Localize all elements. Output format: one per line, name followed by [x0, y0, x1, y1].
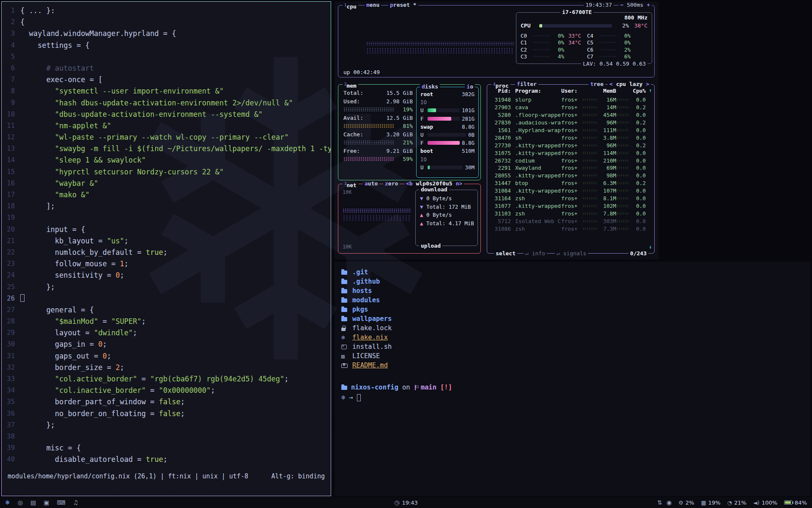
code-line[interactable]: 30gaps_in = 0; [2, 339, 331, 350]
interval-increase-button[interactable]: + [647, 2, 650, 8]
code-line[interactable]: 5 [2, 51, 331, 63]
file-item[interactable]: pkgs [341, 305, 392, 314]
process-row[interactable]: 1561.Hyprland-wrapfros+111M0.0 [491, 127, 646, 134]
code-line[interactable]: 18]; [2, 201, 331, 212]
process-row[interactable]: 31086zshfros+7.3M0.0 [491, 225, 646, 232]
code-line[interactable]: 29layout = "dwindle"; [2, 327, 331, 339]
tree-button[interactable]: tree [589, 81, 605, 88]
process-row[interactable]: 27830.audacious-wrafros+96M0.2 [491, 119, 646, 127]
interval-decrease-button[interactable]: − [620, 2, 624, 8]
process-row[interactable]: 2291Xwaylandfros+69M0.0 [491, 164, 646, 172]
code-line[interactable]: 12"wl-paste --primary --watch wl-copy --… [2, 132, 331, 143]
code-line[interactable]: 14"sleep 1 && swaylock" [2, 155, 331, 166]
bar-clock[interactable]: ◷ 19:43 [394, 499, 418, 506]
io-mode-toggle[interactable]: io [465, 83, 475, 90]
process-row[interactable]: 31948slurpfros+16M0.0 [491, 96, 646, 104]
header-program[interactable]: Program: [511, 88, 561, 94]
code-line[interactable]: 40disable_autoreload = true; [2, 454, 331, 465]
code-line[interactable]: 7exec-once = [ [2, 74, 331, 86]
file-item[interactable]: install.sh [341, 342, 392, 351]
nix-launcher-icon[interactable]: ❄ [5, 499, 10, 506]
notes-icon[interactable]: ▤ [30, 499, 36, 506]
header-user[interactable]: User: [561, 88, 582, 94]
process-row[interactable]: 26732codiumfros+210M0.0 [491, 157, 646, 164]
process-header[interactable]: Pid: Program: User: MemB Cpu% [491, 88, 646, 94]
process-row[interactable]: 28470shfros+3.8M0.0 [491, 134, 646, 141]
code-line[interactable]: 37}; [2, 420, 331, 431]
network-tray-icon[interactable]: ⇅ [657, 499, 662, 506]
process-row[interactable]: 31077.kitty-wrappedfros+102M0.0 [491, 202, 646, 210]
code-line[interactable]: 28"$mainMod" = "SUPER"; [2, 316, 331, 327]
code-area[interactable]: 1{ ... }:2{3wayland.windowManager.hyprla… [2, 5, 331, 466]
process-row[interactable]: 5712Isolated Web Cfros+303M0.0 [491, 217, 646, 225]
signals-button[interactable]: ↵ signals [555, 250, 588, 257]
file-item[interactable]: .git [341, 268, 392, 277]
code-line[interactable]: 36no_border_on_floating = false; [2, 408, 331, 420]
code-line[interactable]: 4settings = { [2, 40, 331, 51]
header-mem[interactable]: MemB [598, 88, 616, 94]
header-pid[interactable]: Pid: [491, 88, 511, 94]
battery[interactable]: 84% [784, 500, 807, 506]
code-line[interactable]: 32border_size = 2; [2, 362, 331, 373]
code-line[interactable]: 34"col.inactive_border" = "0x00000000"; [2, 385, 331, 396]
net-zero-button[interactable]: zero [383, 180, 400, 187]
keyboard-icon[interactable]: ⌨ [57, 499, 65, 506]
code-line[interactable]: 23follow_mouse = 1; [2, 258, 331, 270]
scroll-down-icon[interactable]: ↓ [649, 243, 652, 250]
process-row[interactable]: 31164zshfros+8.1M0.0 [491, 195, 646, 202]
code-line[interactable]: 26 [2, 293, 331, 304]
filter-button[interactable]: filter [515, 81, 538, 88]
code-line[interactable]: 11"nm-applet &" [2, 120, 331, 132]
code-line[interactable]: 27general = { [2, 304, 331, 316]
process-row[interactable]: 31103zshfros+7.8M0.0 [491, 210, 646, 217]
iface-prev-button[interactable]: <b [406, 180, 413, 187]
net-auto-button[interactable]: auto [363, 180, 379, 187]
scroll-up-icon[interactable]: ↑ [649, 87, 652, 94]
process-row[interactable]: 5280.floorp-wrappefros+454M0.0 [491, 111, 646, 119]
file-item[interactable]: README.md [341, 361, 392, 370]
process-row[interactable]: 31084.kitty-wrappedfros+107M0.0 [491, 187, 646, 195]
cpu-usage[interactable]: ⚙2% [678, 500, 694, 506]
code-line[interactable]: 35border_part_of_window = false; [2, 396, 331, 408]
sort-next-button[interactable]: > [646, 81, 649, 87]
code-line[interactable]: 38 [2, 431, 331, 442]
file-item[interactable]: modules [341, 295, 392, 305]
code-line[interactable]: 8"systemctl --user import-environment &" [2, 86, 331, 97]
file-item[interactable]: .github [341, 277, 392, 286]
process-row[interactable]: 27730.kitty-wrappedfros+96M0.2 [491, 141, 646, 149]
memory-usage[interactable]: ▦19% [701, 500, 720, 506]
volume[interactable]: ◄)100% [753, 500, 777, 506]
code-line[interactable]: 9"hash dbus-update-activation-environmen… [2, 97, 331, 109]
process-row[interactable]: 31075.kitty-wrappedfros+114M0.0 [491, 149, 646, 157]
code-line[interactable]: 13"swaybg -m fill -i $(find ~/Pictures/w… [2, 143, 331, 155]
code-line[interactable]: 19 [2, 212, 331, 224]
code-line[interactable]: 33"col.active_border" = "rgb(cba6f7) rgb… [2, 373, 331, 385]
header-cpu[interactable]: Cpu% [629, 88, 646, 94]
code-line[interactable]: 25}; [2, 282, 331, 293]
iface-next-button[interactable]: n> [455, 180, 462, 187]
disk-usage[interactable]: ◔21% [727, 500, 746, 506]
privacy-tray-icon[interactable]: ◉ [667, 499, 672, 506]
file-item[interactable]: wallpapers [341, 314, 392, 323]
shell-input-line[interactable]: ❄ → [341, 394, 361, 401]
info-button[interactable]: ↵ info [524, 250, 547, 257]
code-line[interactable]: 1{ ... }: [2, 5, 331, 17]
disks-title[interactable]: disks [420, 83, 440, 90]
select-button[interactable]: select [496, 250, 516, 257]
preset-button[interactable]: preset * [388, 2, 418, 8]
code-line[interactable]: 39misc = { [2, 442, 331, 454]
code-line[interactable]: 17"mako &" [2, 189, 331, 201]
code-line[interactable]: 20input = { [2, 224, 331, 235]
code-line[interactable]: 15"hyprctl setcursor Nordzy-cursors 22 &… [2, 166, 331, 178]
code-line[interactable]: 31gaps_out = 0; [2, 351, 331, 362]
file-item[interactable]: flake.lock [341, 323, 392, 333]
music-icon[interactable]: ♫ [73, 499, 79, 506]
code-line[interactable]: 16"waybar &" [2, 178, 331, 189]
process-row[interactable]: 28055.kitty-wrappedfros+98M0.0 [491, 172, 646, 179]
file-item[interactable]: hosts [341, 286, 392, 295]
code-line[interactable]: 3wayland.windowManager.hyprland = { [2, 28, 331, 39]
code-line[interactable]: 10"dbus-update-activation-environment --… [2, 109, 331, 120]
code-line[interactable]: 22numlock_by_default = true; [2, 247, 331, 258]
process-row[interactable]: 27903cavafros+14M0.2 [491, 104, 646, 111]
sort-prev-button[interactable]: < [609, 81, 613, 87]
